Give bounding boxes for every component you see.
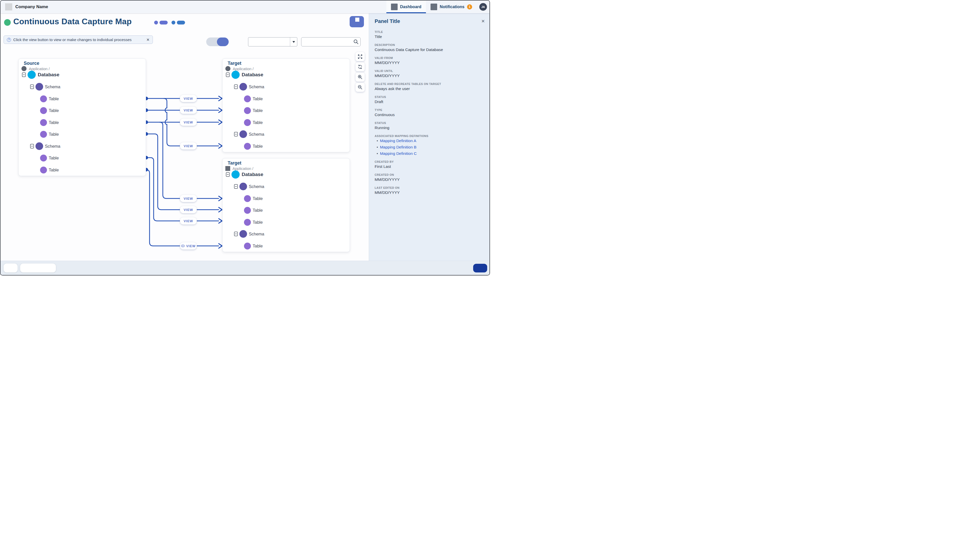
details-panel: Panel Title ✕ TITLETitleDESCRIPTIONConti… (369, 13, 490, 262)
view-button[interactable]: VIEW (180, 195, 197, 202)
table-row[interactable]: Table (19, 165, 59, 174)
view-button-label: VIEW (183, 219, 193, 223)
tab-dashboard[interactable]: Dashboard (387, 0, 426, 13)
table-row[interactable]: Table (19, 118, 59, 127)
table-icon (40, 131, 47, 138)
notification-badge: 1 (467, 4, 472, 10)
schema-row[interactable]: Schema (223, 130, 264, 138)
zoom-out-icon (357, 84, 363, 90)
view-button-label: VIEW (183, 208, 193, 212)
bullet: • (377, 145, 378, 149)
zoom-in-button[interactable] (355, 73, 365, 82)
canvas-controls (355, 52, 365, 93)
mapping-definition-item: •Mapping Definition B (377, 145, 485, 149)
table-row[interactable]: Table (223, 206, 262, 214)
field-value: Title (375, 35, 485, 39)
table-label: Table (253, 97, 262, 101)
footer-button-large[interactable] (20, 264, 56, 272)
detail-field: DESCRIPTIONContinuous Data Capture for D… (375, 43, 485, 52)
detail-field: STATUSRunning (375, 121, 485, 130)
table-label: Table (253, 244, 262, 248)
table-row[interactable]: Table (19, 94, 59, 103)
panel-heading: Target (228, 160, 242, 166)
table-row[interactable]: Table (223, 94, 262, 103)
refresh-icon (357, 64, 363, 70)
application-label: Application / (232, 166, 253, 171)
eye-icon (181, 245, 185, 247)
collapse-icon[interactable] (22, 73, 26, 77)
table-label: Table (49, 120, 59, 125)
target-panel-top: TargetApplication /DatabaseSchemaTableTa… (222, 59, 350, 152)
field-label: DESCRIPTION (375, 43, 485, 46)
collapse-icon[interactable] (226, 172, 230, 177)
table-label: Table (253, 196, 262, 201)
schema-row[interactable]: Schema (223, 83, 264, 91)
table-row[interactable]: Table (19, 154, 59, 162)
database-row[interactable]: Database (19, 70, 59, 79)
schema-icon (35, 142, 43, 150)
field-label: VALID UNTIL (375, 69, 485, 73)
table-row[interactable]: Table (223, 106, 262, 115)
field-label: DELETE AND RECREATE TABLES ON TARGET (375, 83, 485, 86)
table-icon (244, 195, 251, 202)
collapse-icon[interactable] (234, 232, 238, 236)
table-row[interactable]: Table (223, 118, 262, 127)
mapping-definition-link[interactable]: Mapping Definition B (380, 145, 417, 149)
table-icon (40, 155, 47, 162)
mapping-definition-link[interactable]: Mapping Definition A (380, 138, 416, 143)
field-label: VALID FROM (375, 56, 485, 59)
mapping-definition-link[interactable]: Mapping Definition C (380, 151, 417, 156)
collapse-icon[interactable] (226, 73, 230, 77)
company-name: Company Name (15, 4, 48, 10)
table-icon (244, 243, 251, 249)
field-label: ASSOCIATED MAPPING DEFINITIONS (375, 135, 485, 138)
fit-view-button[interactable] (355, 52, 365, 61)
view-button[interactable]: VIEW (180, 142, 197, 149)
refresh-button[interactable] (355, 62, 365, 71)
database-icon (231, 71, 240, 79)
database-row[interactable]: Database (223, 70, 263, 79)
schema-icon (239, 183, 247, 190)
view-button[interactable]: VIEW (180, 106, 197, 114)
detail-field: DELETE AND RECREATE TABLES ON TARGETAlwa… (375, 83, 485, 91)
table-row[interactable]: Table (223, 194, 262, 203)
field-value: Running (375, 125, 485, 130)
zoom-in-icon (357, 74, 363, 80)
bullet: • (377, 139, 378, 143)
expand-icon (357, 54, 363, 59)
user-avatar[interactable]: JA (479, 3, 487, 11)
table-row[interactable]: Table (223, 142, 262, 151)
field-value: MM/DD/YYYY (375, 177, 485, 182)
table-row[interactable]: Table (19, 106, 59, 115)
collapse-icon[interactable] (30, 144, 34, 148)
footer-button-small[interactable] (3, 264, 18, 272)
view-button[interactable]: VIEW (180, 95, 197, 102)
view-button[interactable]: VIEW (180, 206, 197, 213)
collapse-icon[interactable] (234, 132, 238, 137)
collapse-icon[interactable] (234, 184, 238, 189)
close-icon[interactable]: ✕ (481, 19, 485, 24)
view-button[interactable]: VIEW (180, 218, 197, 224)
view-button[interactable]: VIEW (180, 119, 197, 126)
collapse-icon[interactable] (30, 84, 34, 89)
table-row[interactable]: Table (19, 130, 59, 138)
panel-heading: Target (228, 61, 242, 66)
schema-icon (239, 230, 247, 238)
schema-row[interactable]: Schema (19, 142, 60, 151)
schema-row[interactable]: Schema (19, 83, 60, 91)
collapse-icon[interactable] (234, 84, 238, 89)
application-label: Application / (29, 67, 50, 71)
schema-label: Schema (249, 184, 264, 189)
database-row[interactable]: Database (223, 170, 263, 179)
zoom-out-button[interactable] (355, 83, 365, 92)
view-button[interactable]: VIEW (180, 242, 197, 249)
table-label: Table (253, 220, 262, 225)
footer-primary-button[interactable] (473, 264, 487, 272)
schema-row[interactable]: Schema (223, 230, 264, 238)
schema-row[interactable]: Schema (223, 182, 264, 191)
table-row[interactable]: Table (223, 241, 262, 250)
tab-notifications[interactable]: Notifications 1 (426, 0, 477, 13)
table-row[interactable]: Table (223, 218, 262, 227)
table-icon (244, 95, 251, 102)
schema-label: Schema (45, 144, 60, 149)
